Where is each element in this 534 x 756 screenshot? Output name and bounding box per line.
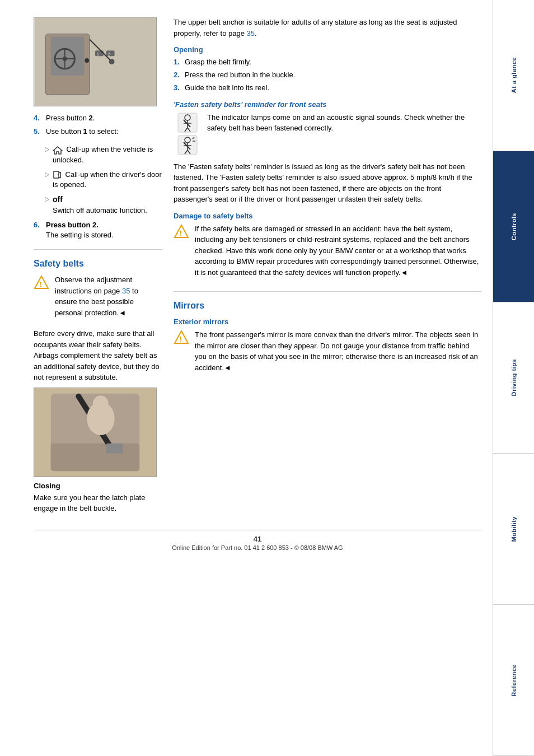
svg-text:!: ! (40, 280, 42, 288)
num-3: 3. (174, 83, 181, 93)
page-container: 1 2 4. Press button 2. (0, 0, 534, 756)
right-column: The upper belt anchor is suitable for ad… (174, 17, 481, 519)
step-num-5: 5. (34, 127, 43, 137)
step-num-4: 4. (34, 113, 43, 123)
step-5: 5. Use button 1 to select: (34, 127, 162, 137)
opening-step-3: 3. Guide the belt into its reel. (174, 83, 481, 93)
step-6-list: 6. Press button 2.The setting is stored. (34, 220, 162, 240)
step-6-text: Press button 2.The setting is stored. (46, 220, 114, 240)
page-number: 41 (34, 535, 481, 543)
sidebar-label-mobility: Mobility (510, 516, 517, 542)
svg-point-12 (109, 59, 115, 64)
step-5-text: Use button 1 to select: (46, 127, 118, 137)
safety-belts-warning: ! Observe the adjustment instructions on… (34, 274, 162, 323)
sidebar-label-at-a-glance: At a glance (510, 57, 517, 93)
footer-text: Online Edition for Part no. 01 41 2 600 … (34, 544, 481, 551)
opening-step-2: 2. Press the red button in the buckle. (174, 70, 481, 80)
damage-warning-box: ! If the safety belts are damaged or str… (174, 223, 481, 283)
safety-belt-diagram (34, 388, 157, 477)
opening-step-2-text: Press the red button in the buckle. (185, 70, 295, 80)
step-4: 4. Press button 2. (34, 113, 162, 123)
page-ref-35-2: 35 (247, 29, 255, 38)
left-column: 1 2 4. Press button 2. (34, 17, 162, 519)
door-icon (53, 170, 62, 179)
svg-text:!: ! (180, 229, 182, 237)
safety-belts-warning-text: Observe the adjustment instructions on p… (55, 274, 162, 318)
closing-body: Make sure you hear the latch plate engag… (34, 492, 162, 514)
exterior-mirrors-title: Exterior mirrors (174, 318, 481, 326)
opening-step-1: 1. Grasp the belt firmly. (174, 57, 481, 67)
step-6: 6. Press button 2.The setting is stored. (34, 220, 162, 240)
svg-rect-24 (51, 444, 140, 472)
intro-text: The upper belt anchor is suitable for ad… (174, 17, 481, 39)
sidebar-section-mobility: Mobility (493, 454, 534, 605)
damage-title: Damage to safety belts (174, 212, 481, 220)
arrow-3: ▷ (45, 195, 49, 216)
svg-point-19 (58, 174, 59, 175)
divider-1 (34, 249, 162, 250)
num-1: 1. (174, 57, 181, 67)
warning-triangle-icon: ! (34, 274, 49, 290)
sub-step-1: ▷ Call-up when the vehicle is unlocked. (45, 144, 162, 165)
svg-point-13 (85, 58, 89, 63)
seat-belt-icon-2 (177, 134, 198, 156)
sidebar-section-driving-tips: Driving tips (493, 302, 534, 454)
main-content: 1 2 4. Press button 2. (0, 0, 493, 756)
svg-text:!: ! (180, 335, 182, 343)
svg-point-28 (93, 395, 109, 411)
sidebar-section-controls: Controls (493, 151, 534, 302)
sub-step-2: ▷ Call-up when the driver's door is open… (45, 170, 162, 190)
sidebar-label-reference: Reference (510, 664, 517, 697)
opening-title: Opening (174, 45, 481, 54)
fasten-warning-box: The indicator lamps come on and an acous… (174, 112, 481, 156)
arrow-1: ▷ (45, 145, 49, 165)
exterior-warning-box: ! The front passenger's mirror is more c… (174, 329, 481, 377)
fasten-title: 'Fasten safety belts' reminder for front… (174, 100, 481, 109)
exterior-warning-icon: ! (174, 329, 189, 345)
sub-step-2-content: Call-up when the driver's door is opened… (53, 170, 162, 190)
safety-belts-body: Before every drive, make sure that all o… (34, 328, 162, 383)
page-ref-35-1: 35 (122, 287, 130, 295)
opening-step-1-text: Grasp the belt firmly. (185, 57, 251, 67)
seat-belt-icon-1 (177, 112, 198, 133)
arrow-2: ▷ (45, 170, 49, 190)
exterior-warning-text: The front passenger's mirror is more con… (195, 329, 481, 373)
step-list: 4. Press button 2. 5. Use button 1 to se… (34, 113, 162, 137)
home-icon (53, 146, 63, 155)
step-num-6: 6. (34, 220, 43, 240)
sidebar-label-controls: Controls (510, 213, 517, 240)
sub-step-3: ▷ off Switch off automatic function. (45, 194, 162, 216)
sidebar-section-reference: Reference (493, 605, 534, 756)
step-4-text: Press button 2. (46, 113, 95, 123)
svg-text:1: 1 (97, 52, 99, 56)
fasten-warning-text: The indicator lamps come on and an acous… (207, 112, 481, 134)
svg-marker-14 (53, 147, 62, 154)
svg-rect-26 (106, 444, 123, 454)
mirrors-title: Mirrors (174, 301, 481, 311)
seat-belt-icons (174, 112, 202, 156)
divider-2 (174, 291, 481, 292)
two-column-layout: 1 2 4. Press button 2. (34, 17, 481, 519)
damage-warning-icon: ! (174, 223, 189, 239)
opening-step-3-text: Guide the belt into its reel. (185, 83, 269, 93)
page-footer: 41 Online Edition for Part no. 01 41 2 6… (34, 530, 481, 551)
seat-adjustment-diagram: 1 2 (34, 17, 157, 106)
sub-step-3-content: off Switch off automatic function. (53, 194, 147, 216)
fasten-body: The 'Fasten safety belts' reminder is is… (174, 161, 481, 205)
sidebar-section-at-a-glance: At a glance (493, 0, 534, 151)
sidebar: At a glance Controls Driving tips Mobili… (493, 0, 534, 756)
closing-title: Closing (34, 482, 162, 490)
sub-step-1-content: Call-up when the vehicle is unlocked. (53, 144, 162, 165)
num-2: 2. (174, 70, 181, 80)
damage-warning-text: If the safety belts are damaged or stres… (195, 223, 481, 278)
sidebar-label-driving-tips: Driving tips (510, 359, 517, 396)
sub-step-list: ▷ Call-up when the vehicle is unlocked. … (45, 144, 162, 216)
safety-belts-title: Safety belts (34, 259, 162, 269)
opening-steps: 1. Grasp the belt firmly. 2. Press the r… (174, 57, 481, 94)
svg-text:2: 2 (108, 52, 110, 56)
